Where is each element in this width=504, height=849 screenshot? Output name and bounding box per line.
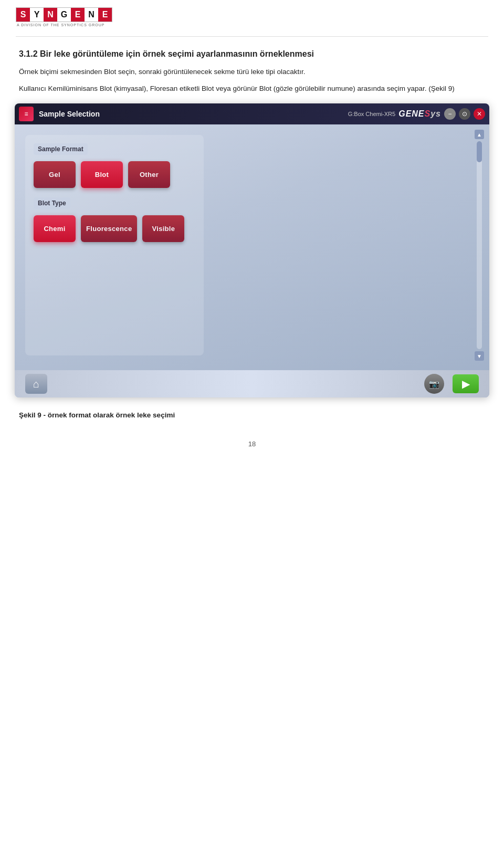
logo-letter-n: N bbox=[44, 8, 57, 22]
app-title: Sample Selection bbox=[39, 110, 343, 118]
logo-letter-y: Y bbox=[30, 8, 44, 22]
visible-button[interactable]: Visible bbox=[142, 215, 184, 242]
section-title: 3.1.2 Bir leke görüntüleme için örnek se… bbox=[19, 49, 485, 59]
logo-letter-n2: N bbox=[85, 8, 98, 22]
page-number: 18 bbox=[0, 419, 504, 458]
blot-type-buttons: Chemi Fluorescence Visible bbox=[34, 215, 195, 242]
sample-panel: Sample Format Gel Blot Other Blot Type C… bbox=[25, 135, 204, 355]
next-button[interactable]: ▶ bbox=[453, 374, 479, 393]
sample-format-buttons: Gel Blot Other bbox=[34, 161, 195, 188]
chemi-button[interactable]: Chemi bbox=[34, 215, 76, 242]
body-text-1: Örnek biçimi sekmesinden Blot seçin, son… bbox=[19, 66, 485, 78]
section-heading-area: 3.1.2 Bir leke görüntüleme için örnek se… bbox=[0, 49, 504, 59]
gel-button[interactable]: Gel bbox=[34, 161, 76, 188]
logo-letter-g: G bbox=[57, 8, 71, 22]
title-bar-right: G:Box Chemi-XR5 GENESys − ⊙ ✕ bbox=[348, 108, 485, 120]
close-button[interactable]: ✕ bbox=[474, 108, 485, 120]
syngene-logo: S Y N G E N E A DIVISION OF THE SYNOPTIC… bbox=[16, 7, 112, 27]
maximize-button[interactable]: ⊙ bbox=[459, 108, 470, 120]
app-window: ≡ Sample Selection G:Box Chemi-XR5 GENES… bbox=[15, 103, 489, 397]
body-text-2: Kullanıcı Kemilüminisans Blot (kimyasal)… bbox=[19, 83, 485, 95]
app-icon: ≡ bbox=[19, 107, 34, 121]
blot-button[interactable]: Blot bbox=[81, 161, 123, 188]
next-icon: ▶ bbox=[462, 378, 470, 390]
logo-letter-e1: E bbox=[71, 8, 85, 22]
logo-tagline: A DIVISION OF THE SYNOPTICS GROUP bbox=[16, 23, 112, 27]
scroll-down-arrow[interactable]: ▼ bbox=[475, 351, 484, 361]
home-button[interactable]: ⌂ bbox=[25, 374, 47, 394]
app-content: Sample Format Gel Blot Other Blot Type C… bbox=[15, 124, 489, 387]
minimize-button[interactable]: − bbox=[444, 108, 456, 120]
device-label: G:Box Chemi-XR5 bbox=[348, 111, 395, 117]
genesys-logo: GENESys bbox=[398, 109, 441, 119]
logo-area: S Y N G E N E A DIVISION OF THE SYNOPTIC… bbox=[0, 0, 504, 31]
app-bottom-bar: ⌂ 📷 ▶ bbox=[15, 370, 489, 397]
fluorescence-button[interactable]: Fluorescence bbox=[81, 215, 137, 242]
figure-caption: Şekil 9 - örnek format olarak örnek leke… bbox=[0, 406, 504, 419]
logo-letter-e2: E bbox=[98, 8, 112, 22]
title-bar: ≡ Sample Selection G:Box Chemi-XR5 GENES… bbox=[15, 103, 489, 124]
sample-format-section: Sample Format Gel Blot Other bbox=[34, 143, 195, 188]
sample-format-label: Sample Format bbox=[34, 143, 88, 155]
camera-button[interactable]: 📷 bbox=[424, 374, 444, 394]
scroll-thumb[interactable] bbox=[477, 141, 482, 162]
camera-icon: 📷 bbox=[429, 379, 439, 389]
section-body: Örnek biçimi sekmesinden Blot seçin, son… bbox=[0, 66, 504, 94]
figure-caption-text: Şekil 9 - örnek format olarak örnek leke… bbox=[19, 411, 175, 419]
scroll-track[interactable] bbox=[477, 141, 482, 349]
logo-letter-s: S bbox=[16, 8, 30, 22]
scrollbar[interactable]: ▲ ▼ bbox=[475, 130, 484, 361]
blot-type-section: Blot Type Chemi Fluorescence Visible bbox=[34, 197, 195, 242]
other-button[interactable]: Other bbox=[128, 161, 170, 188]
home-icon: ⌂ bbox=[33, 378, 39, 390]
scroll-up-arrow[interactable]: ▲ bbox=[475, 130, 484, 139]
blot-type-label: Blot Type bbox=[34, 197, 70, 209]
